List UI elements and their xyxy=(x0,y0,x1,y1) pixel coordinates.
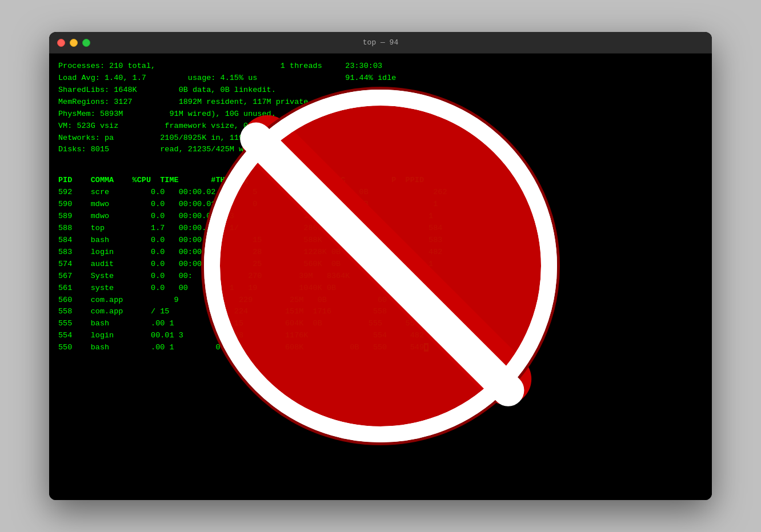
proc-row-550: 550 bash .00 1 0 15 608K 0B 550 549▮ xyxy=(58,342,703,354)
stat-line-6: VM: 523G vsiz framework vsize, 0(0) swap… xyxy=(58,120,703,132)
proc-row-561: 561 syste 0.0 00 1 19 1040K 0B 1 1 xyxy=(58,283,703,295)
scene: top — 94 Processes: 210 total, 1 threads… xyxy=(0,0,761,532)
proc-row-554: 554 login 00.01 3 1 28 1176K 554 482 xyxy=(58,330,703,342)
terminal-body: Processes: 210 total, 1 threads 23:30:03… xyxy=(49,54,712,500)
proc-row-560: 560 com.app 9 0 229 25M 0B 60 1 xyxy=(58,295,703,307)
stat-line-2: Load Avg: 1.40, 1.7 usage: 4.15% us 91.4… xyxy=(58,72,703,84)
proc-row-588: 588 top 1.7 00:00.51 1/ 2860K 0B 0B 584 xyxy=(58,223,703,235)
titlebar: top — 94 xyxy=(49,32,712,54)
column-headers: PID COMMA %CPU TIME #TH #WQ PURG C P PPI… xyxy=(58,175,703,187)
stat-line-5: PhysMem: 5893M 91M wired), 10G unused. xyxy=(58,108,703,120)
terminal-window: top — 94 Processes: 210 total, 1 threads… xyxy=(49,32,712,500)
maximize-button[interactable] xyxy=(82,39,90,47)
stat-line-3: SharedLibs: 1648K 0B data, 0B linkedit. xyxy=(58,84,703,96)
proc-row-555: 555 bash .00 1 0 15 604K 0B 555 554 xyxy=(58,318,703,330)
window-title: top — 94 xyxy=(363,38,398,47)
stat-line-4: MemRegions: 3127 1892M resident, 117M pr… xyxy=(58,96,703,108)
proc-row-567: 567 Syste 0.0 00: 270 39M 8364K 1 xyxy=(58,271,703,283)
proc-row-592: 592 scre 0.0 00:00.02 7 5 52K+ 20K+ 0B 2… xyxy=(58,187,703,199)
proc-row-558: 558 com.app / 15 3 224 151M 1716 558 1 xyxy=(58,306,703,318)
stat-line-1: Processes: 210 total, 1 threads 23:30:03 xyxy=(58,61,703,72)
system-stats: Processes: 210 total, 1 threads 23:30:03… xyxy=(58,61,703,156)
proc-row-590: 590 mdwo 0.0 00:00.01 3 0 2032K 0B 0B 1 xyxy=(58,199,703,211)
blank-line xyxy=(58,160,703,172)
stat-line-8: Disks: 8015 read, 21235/425M written. xyxy=(58,144,703,156)
proc-row-574: 574 audit 0.0 00:00 25 560K 0B 0 1 xyxy=(58,259,703,271)
proc-row-583: 583 login 0.0 00:00.0 28 1228K 0B 0F 482 xyxy=(58,247,703,259)
minimize-button[interactable] xyxy=(70,39,78,47)
close-button[interactable] xyxy=(57,39,65,47)
proc-row-589: 589 mdwo 0.0 00:00.01 3 1572K 0B 0B 1 xyxy=(58,211,703,223)
proc-row-584: 584 bash 0.0 00:00.00 15 588K 0B 0B 583 xyxy=(58,235,703,247)
stat-line-7: Networks: pa 2105/8925K in, 11907/1964K … xyxy=(58,132,703,144)
traffic-lights xyxy=(57,39,90,47)
